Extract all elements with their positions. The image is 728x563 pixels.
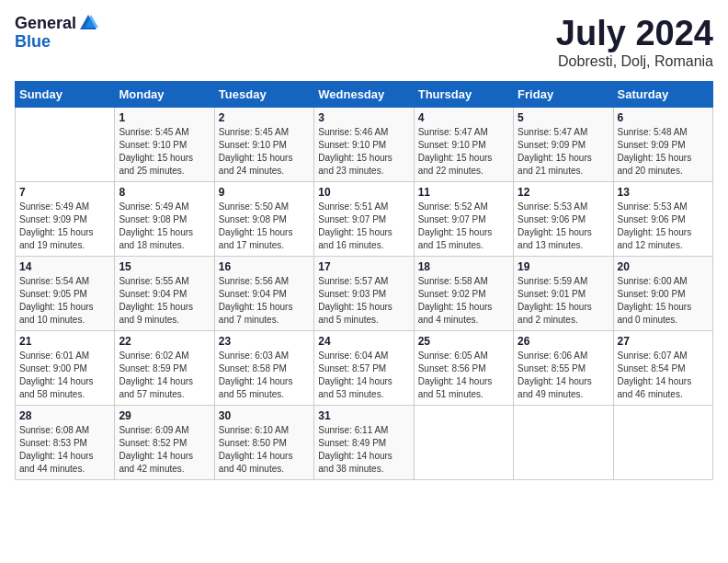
header-sunday: Sunday	[16, 81, 115, 107]
day-info: Sunrise: 6:07 AM Sunset: 8:54 PM Dayligh…	[618, 350, 709, 401]
page-container: General Blue July 2024 Dobresti, Dolj, R…	[0, 0, 728, 489]
calendar-cell: 8Sunrise: 5:49 AM Sunset: 9:08 PM Daylig…	[115, 181, 214, 256]
day-info: Sunrise: 6:01 AM Sunset: 9:00 PM Dayligh…	[19, 350, 110, 401]
calendar-cell: 23Sunrise: 6:03 AM Sunset: 8:58 PM Dayli…	[214, 330, 313, 405]
calendar-cell: 30Sunrise: 6:10 AM Sunset: 8:50 PM Dayli…	[214, 405, 313, 479]
calendar-cell: 12Sunrise: 5:53 AM Sunset: 9:06 PM Dayli…	[514, 181, 613, 256]
calendar-cell: 13Sunrise: 5:53 AM Sunset: 9:06 PM Dayli…	[613, 181, 712, 256]
day-info: Sunrise: 6:05 AM Sunset: 8:56 PM Dayligh…	[418, 350, 509, 401]
logo-general-text: General	[15, 15, 76, 33]
day-info: Sunrise: 6:02 AM Sunset: 8:59 PM Dayligh…	[119, 350, 210, 401]
day-info: Sunrise: 5:59 AM Sunset: 9:01 PM Dayligh…	[518, 275, 609, 327]
calendar-cell: 26Sunrise: 6:06 AM Sunset: 8:55 PM Dayli…	[514, 330, 613, 405]
header-friday: Friday	[514, 81, 613, 107]
day-number: 15	[119, 260, 210, 273]
day-number: 19	[518, 260, 609, 273]
day-number: 18	[418, 260, 509, 273]
day-number: 2	[219, 111, 310, 124]
day-number: 9	[219, 186, 310, 199]
calendar-cell: 5Sunrise: 5:47 AM Sunset: 9:09 PM Daylig…	[514, 107, 613, 181]
day-info: Sunrise: 6:08 AM Sunset: 8:53 PM Dayligh…	[19, 424, 110, 476]
calendar-cell: 15Sunrise: 5:55 AM Sunset: 9:04 PM Dayli…	[115, 256, 214, 330]
day-number: 28	[19, 409, 110, 422]
calendar-cell: 31Sunrise: 6:11 AM Sunset: 8:49 PM Dayli…	[314, 405, 414, 479]
day-info: Sunrise: 5:53 AM Sunset: 9:06 PM Dayligh…	[618, 201, 709, 252]
header-thursday: Thursday	[414, 81, 513, 107]
calendar-cell: 6Sunrise: 5:48 AM Sunset: 9:09 PM Daylig…	[613, 107, 712, 181]
day-number: 6	[618, 111, 709, 124]
calendar-cell: 16Sunrise: 5:56 AM Sunset: 9:04 PM Dayli…	[214, 256, 313, 330]
calendar-cell: 25Sunrise: 6:05 AM Sunset: 8:56 PM Dayli…	[414, 330, 513, 405]
day-number: 12	[518, 186, 609, 199]
day-number: 1	[119, 111, 210, 124]
logo-blue-text: Blue	[15, 33, 98, 52]
calendar-cell: 10Sunrise: 5:51 AM Sunset: 9:07 PM Dayli…	[314, 181, 414, 256]
day-number: 17	[318, 260, 409, 273]
day-info: Sunrise: 6:03 AM Sunset: 8:58 PM Dayligh…	[219, 350, 310, 401]
calendar-cell: 7Sunrise: 5:49 AM Sunset: 9:09 PM Daylig…	[16, 181, 115, 256]
header-saturday: Saturday	[613, 81, 712, 107]
day-info: Sunrise: 5:50 AM Sunset: 9:08 PM Dayligh…	[219, 201, 310, 252]
day-info: Sunrise: 5:46 AM Sunset: 9:10 PM Dayligh…	[318, 126, 409, 178]
calendar-table: SundayMondayTuesdayWednesdayThursdayFrid…	[15, 81, 713, 480]
calendar-cell: 22Sunrise: 6:02 AM Sunset: 8:59 PM Dayli…	[115, 330, 214, 405]
calendar-header-row: SundayMondayTuesdayWednesdayThursdayFrid…	[16, 81, 713, 107]
calendar-cell: 9Sunrise: 5:50 AM Sunset: 9:08 PM Daylig…	[214, 181, 313, 256]
day-number: 8	[119, 186, 210, 199]
header: General Blue July 2024 Dobresti, Dolj, R…	[15, 15, 713, 70]
calendar-cell: 17Sunrise: 5:57 AM Sunset: 9:03 PM Dayli…	[314, 256, 414, 330]
header-tuesday: Tuesday	[214, 81, 313, 107]
calendar-cell: 29Sunrise: 6:09 AM Sunset: 8:52 PM Dayli…	[115, 405, 214, 479]
calendar-cell	[414, 405, 513, 479]
day-info: Sunrise: 5:49 AM Sunset: 9:09 PM Dayligh…	[19, 201, 110, 252]
logo-icon	[78, 13, 98, 33]
day-info: Sunrise: 6:10 AM Sunset: 8:50 PM Dayligh…	[219, 424, 310, 476]
calendar-cell: 20Sunrise: 6:00 AM Sunset: 9:00 PM Dayli…	[613, 256, 712, 330]
calendar-week-row: 28Sunrise: 6:08 AM Sunset: 8:53 PM Dayli…	[16, 405, 713, 479]
header-monday: Monday	[115, 81, 214, 107]
day-number: 10	[318, 186, 409, 199]
calendar-week-row: 21Sunrise: 6:01 AM Sunset: 9:00 PM Dayli…	[16, 330, 713, 405]
day-info: Sunrise: 5:47 AM Sunset: 9:09 PM Dayligh…	[518, 126, 609, 178]
day-number: 20	[618, 260, 709, 273]
day-number: 31	[318, 409, 409, 422]
calendar-week-row: 14Sunrise: 5:54 AM Sunset: 9:05 PM Dayli…	[16, 256, 713, 330]
calendar-cell: 19Sunrise: 5:59 AM Sunset: 9:01 PM Dayli…	[514, 256, 613, 330]
day-number: 25	[418, 335, 509, 348]
day-number: 13	[618, 186, 709, 199]
day-number: 22	[119, 335, 210, 348]
calendar-cell: 24Sunrise: 6:04 AM Sunset: 8:57 PM Dayli…	[314, 330, 414, 405]
day-info: Sunrise: 5:45 AM Sunset: 9:10 PM Dayligh…	[119, 126, 210, 178]
calendar-cell	[514, 405, 613, 479]
calendar-cell: 1Sunrise: 5:45 AM Sunset: 9:10 PM Daylig…	[115, 107, 214, 181]
title-block: July 2024 Dobresti, Dolj, Romania	[556, 15, 713, 70]
calendar-cell: 28Sunrise: 6:08 AM Sunset: 8:53 PM Dayli…	[16, 405, 115, 479]
calendar-cell	[16, 107, 115, 181]
calendar-week-row: 7Sunrise: 5:49 AM Sunset: 9:09 PM Daylig…	[16, 181, 713, 256]
day-info: Sunrise: 5:49 AM Sunset: 9:08 PM Dayligh…	[119, 201, 210, 252]
logo: General Blue	[15, 15, 98, 52]
day-number: 11	[418, 186, 509, 199]
day-info: Sunrise: 5:54 AM Sunset: 9:05 PM Dayligh…	[19, 275, 110, 327]
day-number: 21	[19, 335, 110, 348]
day-info: Sunrise: 5:56 AM Sunset: 9:04 PM Dayligh…	[219, 275, 310, 327]
day-info: Sunrise: 5:58 AM Sunset: 9:02 PM Dayligh…	[418, 275, 509, 327]
calendar-cell: 2Sunrise: 5:45 AM Sunset: 9:10 PM Daylig…	[214, 107, 313, 181]
day-number: 14	[19, 260, 110, 273]
day-info: Sunrise: 5:53 AM Sunset: 9:06 PM Dayligh…	[518, 201, 609, 252]
calendar-cell: 14Sunrise: 5:54 AM Sunset: 9:05 PM Dayli…	[16, 256, 115, 330]
day-info: Sunrise: 6:04 AM Sunset: 8:57 PM Dayligh…	[318, 350, 409, 401]
day-info: Sunrise: 5:45 AM Sunset: 9:10 PM Dayligh…	[219, 126, 310, 178]
day-number: 26	[518, 335, 609, 348]
calendar-cell: 3Sunrise: 5:46 AM Sunset: 9:10 PM Daylig…	[314, 107, 414, 181]
day-number: 4	[418, 111, 509, 124]
day-number: 30	[219, 409, 310, 422]
day-number: 29	[119, 409, 210, 422]
day-number: 7	[19, 186, 110, 199]
day-number: 27	[618, 335, 709, 348]
day-info: Sunrise: 6:09 AM Sunset: 8:52 PM Dayligh…	[119, 424, 210, 476]
month-title: July 2024	[556, 15, 713, 53]
location: Dobresti, Dolj, Romania	[556, 53, 713, 70]
day-info: Sunrise: 6:06 AM Sunset: 8:55 PM Dayligh…	[518, 350, 609, 401]
day-number: 3	[318, 111, 409, 124]
